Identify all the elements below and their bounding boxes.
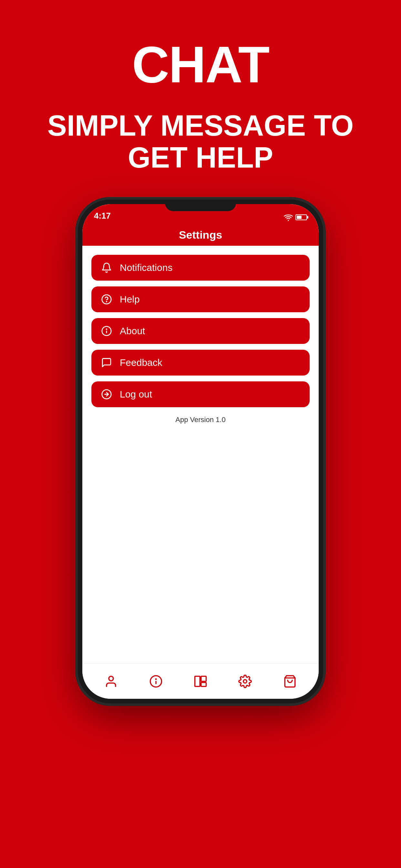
navigation-bar: Settings	[82, 223, 319, 246]
help-label: Help	[120, 294, 140, 305]
phone-mockup: 4:17 Settings	[78, 199, 323, 703]
cards-icon	[194, 675, 207, 688]
question-circle-icon	[100, 294, 113, 305]
feedback-label: Feedback	[120, 357, 162, 368]
bell-icon	[100, 262, 113, 273]
hero-subtitle: SIMPLY MESSAGE TO GET HELP	[0, 110, 401, 174]
message-square-icon	[100, 357, 113, 368]
screen-title: Settings	[90, 228, 311, 241]
svg-rect-14	[201, 682, 206, 686]
wifi-icon	[284, 214, 293, 221]
phone-screen: 4:17 Settings	[82, 204, 319, 699]
svg-rect-12	[195, 676, 200, 686]
tab-settings[interactable]	[238, 675, 252, 688]
about-label: About	[120, 326, 145, 337]
menu-item-help[interactable]: Help	[91, 286, 310, 312]
tab-cards[interactable]	[194, 675, 207, 688]
svg-rect-13	[201, 676, 206, 681]
svg-point-15	[243, 679, 247, 683]
status-icons	[284, 214, 307, 221]
menu-item-feedback[interactable]: Feedback	[91, 350, 310, 376]
menu-item-notifications[interactable]: Notifications	[91, 255, 310, 281]
svg-point-8	[109, 676, 113, 681]
tab-info[interactable]	[149, 675, 163, 688]
phone-outer: 4:17 Settings	[78, 199, 323, 703]
app-version: App Version 1.0	[91, 415, 310, 424]
svg-point-0	[288, 220, 289, 221]
info-circle-icon	[100, 326, 113, 337]
battery-icon	[296, 214, 307, 220]
gear-icon	[238, 675, 252, 688]
tab-bar	[82, 663, 319, 699]
menu-item-about[interactable]: About	[91, 318, 310, 344]
status-time: 4:17	[94, 211, 111, 221]
shopping-basket-icon	[283, 675, 297, 688]
phone-notch	[165, 199, 236, 211]
user-icon	[104, 675, 118, 688]
notifications-label: Notifications	[120, 262, 173, 273]
info-icon	[149, 675, 163, 688]
logout-label: Log out	[120, 389, 152, 400]
menu-item-logout[interactable]: Log out	[91, 381, 310, 407]
screen-content: Notifications Help	[82, 246, 319, 663]
hero-title: CHAT	[132, 39, 269, 90]
log-out-icon	[100, 389, 113, 400]
tab-profile[interactable]	[104, 675, 118, 688]
tab-cart[interactable]	[283, 675, 297, 688]
